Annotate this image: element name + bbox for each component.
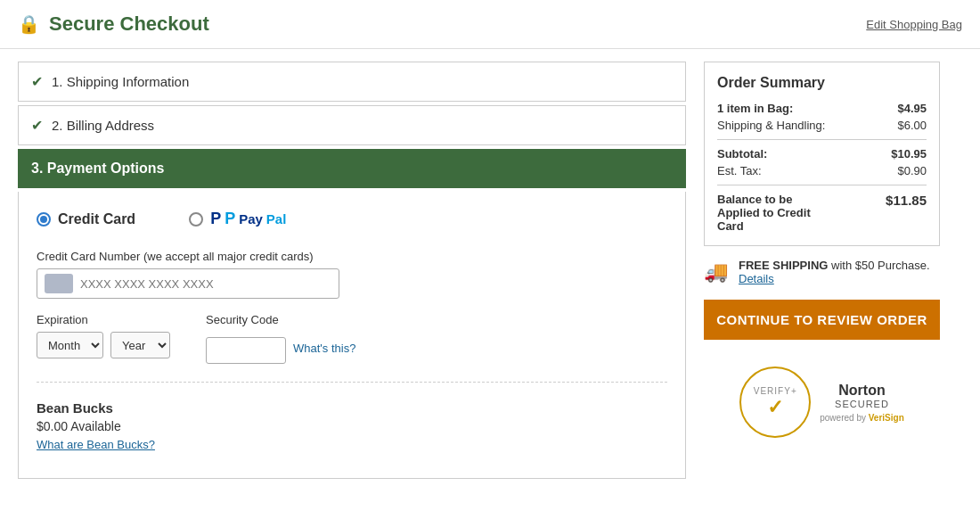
- left-column: ✔ 1. Shipping Information ✔ 2. Billing A…: [18, 62, 686, 482]
- shipping-value: $6.00: [897, 119, 927, 132]
- security-code-input[interactable]: [206, 337, 286, 364]
- divider: [37, 382, 667, 383]
- edit-bag-link[interactable]: Edit Shopping Bag: [866, 18, 962, 31]
- paypal-icon: PP PayPal: [210, 210, 286, 228]
- payment-panel: Credit Card PP PayPal Credit Card Number…: [18, 192, 686, 479]
- credit-card-method[interactable]: Credit Card: [37, 211, 135, 227]
- paypal-pal-text: Pal: [266, 211, 287, 227]
- paypal-radio[interactable]: [189, 212, 203, 227]
- order-summary-title: Order Summary: [717, 75, 927, 91]
- header: 🔒 Secure Checkout Edit Shopping Bag: [0, 0, 980, 49]
- shipping-label: Shipping & Handling:: [717, 119, 825, 132]
- cc-number-input[interactable]: [80, 277, 331, 291]
- cc-number-section: Credit Card Number (we accept all major …: [37, 250, 667, 299]
- step-3-row: 3. Payment Options: [18, 149, 686, 188]
- expiration-row: Expiration Month 010203 040506 070809 10…: [37, 313, 667, 364]
- order-summary-box: Order Summary 1 item in Bag: $4.95 Shipp…: [704, 62, 940, 246]
- norton-name: Norton: [820, 383, 904, 399]
- paypal-pp-letter: P: [225, 210, 235, 228]
- powered-by-text: powered by VeriSign: [820, 413, 904, 423]
- bean-bucks-title: Bean Bucks: [37, 400, 667, 416]
- security-row: What's this?: [206, 332, 355, 364]
- items-value: $4.95: [897, 102, 927, 115]
- credit-card-label: Credit Card: [58, 211, 135, 227]
- bean-bucks-section: Bean Bucks $0.00 Available What are Bean…: [37, 400, 667, 451]
- expiration-section: Expiration Month 010203 040506 070809 10…: [37, 313, 170, 358]
- free-shipping-with: with $50 Purchase.: [828, 259, 929, 272]
- bean-bucks-link[interactable]: What are Bean Bucks?: [37, 438, 155, 451]
- norton-text-area: Norton SECURED powered by VeriSign: [820, 383, 904, 423]
- whats-this-link[interactable]: What's this?: [293, 342, 355, 355]
- bean-bucks-amount: $0.00 Available: [37, 419, 667, 433]
- cc-number-label: Credit Card Number (we accept all major …: [37, 250, 667, 263]
- radio-inner: [40, 216, 47, 223]
- powered-by-label: powered by: [820, 413, 866, 423]
- tax-label: Est. Tax:: [717, 164, 762, 177]
- step-1-row: ✔ 1. Shipping Information: [18, 62, 686, 102]
- year-select[interactable]: Year 202420252026 202720282029 2030: [110, 332, 170, 358]
- norton-verify-text: VERIFY+: [754, 386, 797, 396]
- page-title: Secure Checkout: [49, 12, 209, 36]
- truck-icon: 🚚: [704, 260, 728, 284]
- free-shipping-text: FREE SHIPPING with $50 Purchase. Details: [739, 259, 940, 285]
- summary-divider-1: [717, 139, 927, 140]
- summary-divider-2: [717, 185, 927, 185]
- norton-secured-label: SECURED: [820, 399, 904, 409]
- expiration-label: Expiration: [37, 313, 170, 326]
- paypal-method[interactable]: PP PayPal: [189, 210, 286, 228]
- step-2-label: 2. Billing Address: [52, 118, 154, 133]
- cc-chip-icon: [45, 274, 73, 293]
- expiration-selects: Month 010203 040506 070809 101112 Year 2…: [37, 332, 170, 358]
- balance-amount: $11.85: [886, 193, 927, 208]
- main-layout: ✔ 1. Shipping Information ✔ 2. Billing A…: [0, 49, 980, 495]
- checkmark-1: ✔: [31, 73, 43, 90]
- right-column: Order Summary 1 item in Bag: $4.95 Shipp…: [704, 62, 940, 438]
- cc-number-row: [37, 268, 339, 299]
- step-2-row: ✔ 2. Billing Address: [18, 105, 686, 145]
- summary-items-row: 1 item in Bag: $4.95: [717, 102, 927, 115]
- items-label: 1 item in Bag:: [717, 102, 793, 115]
- step-3-label: 3. Payment Options: [31, 161, 164, 177]
- checkmark-icon: ✓: [767, 396, 783, 419]
- checkmark-2: ✔: [31, 117, 43, 134]
- verisign-label: VeriSign: [869, 413, 904, 423]
- shipping-row: Shipping & Handling: $6.00: [717, 119, 927, 132]
- free-shipping-bold: FREE SHIPPING: [739, 259, 828, 272]
- subtotal-label: Subtotal:: [717, 147, 767, 161]
- balance-section: Balance to be Applied to Credit Card $11…: [717, 193, 927, 233]
- norton-badge-area: VERIFY+ ✓ Norton SECURED powered by Veri…: [704, 367, 940, 438]
- header-left: 🔒 Secure Checkout: [18, 12, 209, 36]
- subtotal-row: Subtotal: $10.95: [717, 147, 927, 161]
- norton-container: VERIFY+ ✓ Norton SECURED powered by Veri…: [739, 367, 904, 438]
- norton-badge: VERIFY+ ✓: [739, 367, 811, 438]
- balance-label: Balance to be Applied to Credit Card: [717, 193, 833, 233]
- paypal-p-letter: P: [210, 210, 221, 228]
- security-section: Security Code What's this?: [206, 313, 355, 364]
- tax-value: $0.90: [897, 164, 927, 177]
- credit-card-radio[interactable]: [37, 212, 51, 227]
- free-shipping-row: 🚚 FREE SHIPPING with $50 Purchase. Detai…: [704, 259, 940, 285]
- paypal-pay-text: Pay: [239, 211, 263, 227]
- security-code-label: Security Code: [206, 313, 355, 326]
- payment-methods: Credit Card PP PayPal: [37, 210, 667, 228]
- tax-row: Est. Tax: $0.90: [717, 164, 927, 177]
- subtotal-value: $10.95: [891, 147, 927, 161]
- lock-icon: 🔒: [18, 13, 40, 35]
- free-shipping-link[interactable]: Details: [739, 272, 774, 285]
- continue-button[interactable]: CONTINUE TO REVIEW ORDER: [704, 300, 940, 340]
- step-1-label: 1. Shipping Information: [52, 74, 189, 89]
- month-select[interactable]: Month 010203 040506 070809 101112: [37, 332, 103, 358]
